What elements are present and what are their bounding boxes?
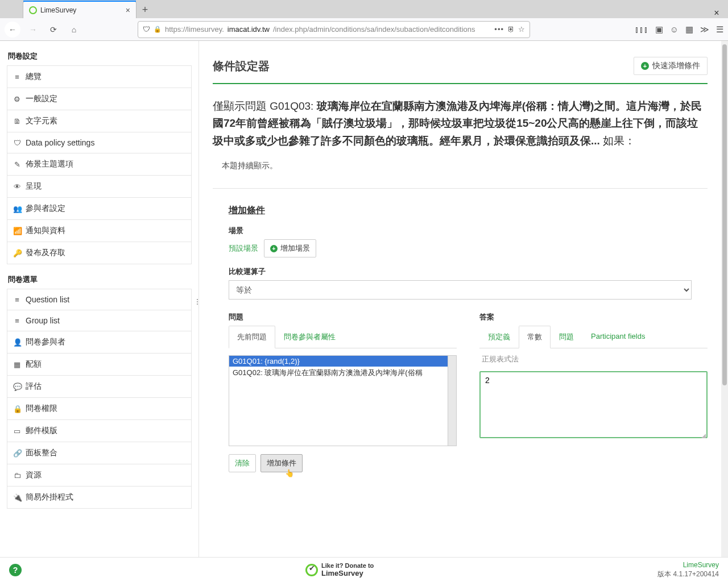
quick-add-button[interactable]: + 快速添增條件 <box>634 57 708 75</box>
forward-button[interactable]: → <box>25 22 41 38</box>
sidebar-item-label: 配額 <box>26 359 42 369</box>
sidebar-item-icon: 👁 <box>13 182 21 191</box>
sidebar-group1-title: 問卷設定 <box>7 41 192 66</box>
quick-add-label: 快速添增條件 <box>652 61 700 71</box>
scrollbar-thumb[interactable] <box>722 44 727 385</box>
menu-icon[interactable]: ☰ <box>716 24 723 35</box>
footer-product[interactable]: LimeSurvey <box>657 561 719 570</box>
sidebar-item-settings-2[interactable]: 🗎文字元素 <box>7 110 192 132</box>
sidebar-item-label: Data policy settings <box>26 138 94 147</box>
sidebar-item-menu-9[interactable]: 🔌簡易外掛程式 <box>7 486 192 509</box>
sidebar-item-settings-0[interactable]: ≡總覽 <box>7 65 192 88</box>
apps-icon[interactable]: ▦ <box>685 24 693 35</box>
sidebar-item-settings-7[interactable]: 📶通知與資料 <box>7 219 192 242</box>
page-actions-icon[interactable]: ••• <box>494 25 504 34</box>
sidebar-item-settings-6[interactable]: 👥參與者設定 <box>7 197 192 220</box>
sidebar-group2-title: 問卷選單 <box>7 264 192 289</box>
question-option-0[interactable]: G01Q01: {rand(1,2)} <box>229 356 456 367</box>
add-scenario-button[interactable]: + 增加場景 <box>264 239 316 257</box>
sidebar-item-label: 發布及存取 <box>26 248 65 258</box>
sidebar-item-menu-0[interactable]: ≡Question list <box>7 289 192 310</box>
main-content: 條件設定器 + 快速添增條件 僅顯示問題 G01Q03: 玻璃海岸位在宜蘭縣南方… <box>199 41 728 488</box>
sidebar-item-settings-4[interactable]: ✎佈景主題選項 <box>7 153 192 176</box>
reader-icon[interactable]: ⛨ <box>507 25 515 34</box>
tab-question-1[interactable]: 問卷參與者屬性 <box>275 326 344 348</box>
tab-answer-0[interactable]: 預定義 <box>479 326 519 348</box>
sidebar-item-settings-5[interactable]: 👁呈現 <box>7 175 192 198</box>
sidebar-item-icon: 🔑 <box>13 249 21 257</box>
bookmark-icon[interactable]: ☆ <box>518 25 525 34</box>
reload-button[interactable]: ⟳ <box>46 22 61 38</box>
sidebar-item-icon: 🔗 <box>13 449 21 458</box>
operator-label: 比較運算子 <box>213 267 708 277</box>
scrollbar-track[interactable] <box>721 41 728 557</box>
donate-link[interactable]: Like it? Donate to LimeSurvey <box>305 562 374 577</box>
home-button[interactable]: ⌂ <box>66 22 82 38</box>
cursor-icon: 👆 <box>285 469 294 477</box>
lock-icon: 🔒 <box>154 26 162 33</box>
add-condition-title: 增加條件 <box>213 205 708 217</box>
scenario-label: 場景 <box>213 226 708 236</box>
sidebar-item-icon: 💬 <box>13 383 21 391</box>
default-scenario-link[interactable]: 預設場景 <box>229 243 258 253</box>
sidebar-toggle-icon[interactable]: ▣ <box>655 24 663 35</box>
question-listbox[interactable]: G01Q01: {rand(1,2)}G01Q02: 玻璃海岸位在宜蘭縣南方澳漁… <box>229 355 457 446</box>
back-button[interactable]: ← <box>5 22 20 38</box>
sidebar-item-label: 總覽 <box>26 72 42 82</box>
question-option-1[interactable]: G01Q02: 玻璃海岸位在宜蘭縣南方澳漁港及內埤海岸(俗稱 <box>229 367 456 379</box>
page-title: 條件設定器 <box>213 59 270 74</box>
sidebar-item-settings-1[interactable]: ⚙一般設定 <box>7 88 192 110</box>
tab-answer-2[interactable]: 問題 <box>551 326 582 348</box>
sidebar-item-icon: ▦ <box>13 360 21 369</box>
help-icon[interactable]: ? <box>9 564 22 576</box>
browser-tab[interactable]: LimeSurvey × <box>23 1 136 18</box>
close-tab-icon[interactable]: × <box>126 6 130 15</box>
sidebar-item-label: 資源 <box>26 470 42 480</box>
regex-label: 正規表式法 <box>479 348 708 367</box>
sidebar-item-icon: ▭ <box>13 427 21 435</box>
sidebar-item-menu-3[interactable]: ▦配額 <box>7 353 192 376</box>
sidebar-item-label: 郵件模版 <box>26 426 57 436</box>
sidebar-item-menu-5[interactable]: 🔒問卷權限 <box>7 397 192 420</box>
account-icon[interactable]: ☺ <box>670 24 679 35</box>
sidebar-item-menu-8[interactable]: 🗀資源 <box>7 464 192 487</box>
sidebar-item-icon: ⚙ <box>13 95 21 103</box>
url-bar[interactable]: 🛡 🔒 https://limesurvey.imacat.idv.tw/ind… <box>138 21 530 38</box>
sidebar-item-menu-1[interactable]: ≡Group list <box>7 310 192 331</box>
sidebar-item-icon: 🔌 <box>13 493 21 502</box>
donate-line1: Like it? Donate to <box>321 562 374 569</box>
library-icon[interactable]: ⫿⫿⫿ <box>635 24 648 35</box>
favicon <box>29 6 37 14</box>
sidebar-item-label: 呈現 <box>26 181 42 192</box>
sidebar: 問卷設定 ≡總覽⚙一般設定🗎文字元素🛡Data policy settings✎… <box>0 41 199 557</box>
window-close-icon[interactable]: × <box>710 8 723 18</box>
question-heading: 僅顯示問題 G01Q03: 玻璃海岸位在宜蘭縣南方澳漁港及內埤海岸(俗稱：情人灣… <box>213 98 708 149</box>
sidebar-item-label: Question list <box>26 295 69 304</box>
answer-textarea[interactable]: 2 <box>479 371 708 438</box>
sidebar-item-label: 文字元素 <box>26 116 57 126</box>
sidebar-item-label: 佈景主題選項 <box>26 159 73 169</box>
new-tab-button[interactable]: + <box>136 1 154 18</box>
sidebar-item-settings-3[interactable]: 🛡Data policy settings <box>7 132 192 153</box>
sidebar-item-menu-7[interactable]: 🔗面板整合 <box>7 442 192 464</box>
overflow-icon[interactable]: ≫ <box>700 24 709 35</box>
sidebar-item-menu-2[interactable]: 👤問卷參與者 <box>7 331 192 354</box>
sidebar-item-menu-6[interactable]: ▭郵件模版 <box>7 419 192 442</box>
sidebar-item-icon: 👥 <box>13 205 21 213</box>
sidebar-item-icon: 🗎 <box>13 117 21 126</box>
plus-icon: + <box>641 62 649 70</box>
submit-button[interactable]: 增加條件 👆 <box>260 454 303 472</box>
sidebar-item-label: 面板整合 <box>26 448 57 458</box>
sidebar-item-label: 問卷權限 <box>26 404 57 414</box>
sidebar-item-menu-4[interactable]: 💬評估 <box>7 375 192 398</box>
tab-question-0[interactable]: 先前問題 <box>229 326 275 348</box>
url-domain: imacat.idv.tw <box>228 25 270 34</box>
sidebar-item-icon: 👤 <box>13 338 21 347</box>
tab-answer-3[interactable]: Participant fields <box>582 326 653 348</box>
clear-button[interactable]: 清除 <box>229 454 256 472</box>
operator-select[interactable]: 等於 <box>229 280 692 300</box>
answer-tabs: 預定義常數問題Participant fields <box>479 326 708 348</box>
sidebar-item-icon: ≡ <box>13 73 21 81</box>
sidebar-item-settings-8[interactable]: 🔑發布及存取 <box>7 242 192 264</box>
tab-answer-1[interactable]: 常數 <box>519 326 551 348</box>
